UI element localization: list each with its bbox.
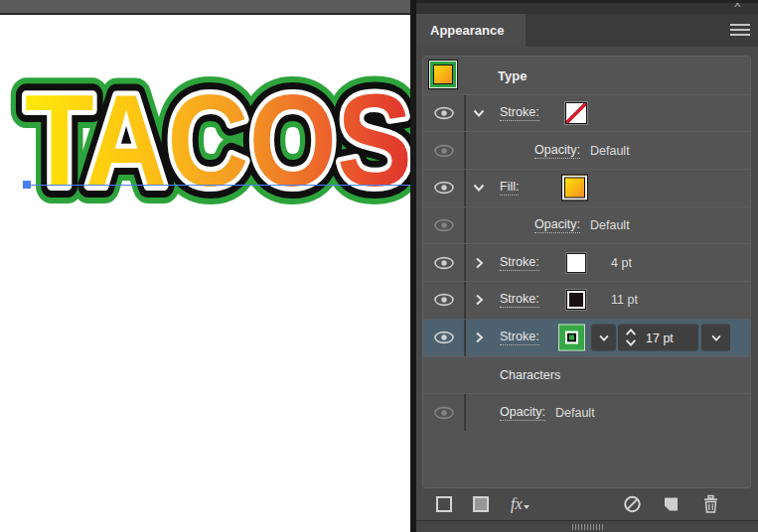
stroke-link[interactable]: Stroke: — [500, 255, 539, 271]
chevron-right-icon[interactable] — [472, 256, 486, 270]
row-opacity-characters[interactable]: Opacity: Default — [423, 393, 750, 431]
row-divider — [464, 207, 466, 244]
stroke-link[interactable]: Stroke: — [500, 105, 539, 121]
fx-caret-icon — [524, 505, 530, 509]
row-type[interactable]: Type — [423, 57, 750, 94]
fill-link[interactable]: Fill: — [500, 180, 519, 196]
row-stroke-green-selected[interactable]: Stroke: 17 pt — [423, 319, 750, 356]
row-opacity-stroke[interactable]: Opacity: Default — [423, 131, 750, 169]
panel-resize-bar — [416, 520, 758, 532]
chevron-down-icon — [710, 332, 722, 343]
panel-resize-grip[interactable] — [572, 524, 603, 530]
panel-menu-icon[interactable] — [730, 24, 750, 37]
row-fill[interactable]: Fill: — [423, 169, 750, 206]
visibility-eye-icon[interactable] — [433, 406, 455, 420]
visibility-eye-icon[interactable] — [433, 293, 455, 307]
visibility-eye-icon[interactable] — [433, 218, 455, 232]
fill-gradient-swatch[interactable] — [561, 175, 588, 201]
panel-toolbar: fx — [416, 488, 758, 520]
row-divider — [464, 282, 466, 319]
tacos-artwork[interactable]: TACOS TACOS TACOS TACOS — [0, 15, 410, 263]
stroke-link[interactable]: Stroke: — [500, 292, 539, 308]
clear-appearance-icon[interactable] — [623, 495, 642, 514]
stroke-weight-value: 4 pt — [611, 256, 632, 270]
chevron-down-icon[interactable] — [472, 181, 486, 195]
artboard-canvas[interactable]: TACOS TACOS TACOS TACOS — [0, 0, 410, 532]
stroke-green-swatch[interactable] — [558, 325, 585, 351]
stroke-link[interactable]: Stroke: — [500, 330, 539, 345]
stroke-none-swatch[interactable] — [565, 102, 587, 124]
panel-tab-bar: Appearance — [416, 14, 758, 47]
stroke-square-ring — [565, 332, 578, 344]
row-divider — [464, 320, 466, 356]
row-divider — [464, 244, 466, 281]
row-opacity-fill[interactable]: Opacity: Default — [423, 206, 750, 244]
characters-label: Characters — [500, 368, 560, 382]
row-divider — [464, 132, 466, 169]
visibility-eye-icon[interactable] — [433, 106, 455, 120]
chevron-right-icon[interactable] — [472, 331, 486, 344]
add-new-stroke-icon[interactable] — [436, 496, 452, 512]
stroke-black-swatch[interactable] — [566, 290, 586, 310]
opacity-value: Default — [590, 144, 630, 158]
stroke-white-swatch[interactable] — [566, 253, 586, 273]
fx-label: fx — [511, 495, 523, 512]
appearance-panel: ⌃⌃ ✕ Appearance Type — [416, 0, 758, 532]
chevron-down-icon — [598, 332, 610, 343]
text-anchor-point[interactable] — [23, 181, 31, 189]
visibility-eye-icon[interactable] — [433, 256, 455, 270]
row-characters[interactable]: Characters — [423, 356, 750, 394]
add-new-fill-icon[interactable] — [473, 496, 489, 512]
opacity-link[interactable]: Opacity: — [534, 143, 580, 159]
opacity-value: Default — [555, 406, 595, 420]
close-panel-icon[interactable]: ✕ — [733, 0, 740, 11]
delete-item-icon[interactable] — [701, 494, 720, 514]
appearance-list: Type Stroke: — [422, 56, 751, 488]
collapse-panel-icon[interactable]: ⌃⌃ — [696, 0, 710, 11]
opacity-link[interactable]: Opacity: — [500, 405, 545, 421]
visibility-eye-icon[interactable] — [433, 181, 455, 195]
type-gradient-thumbnail[interactable] — [428, 60, 458, 89]
duplicate-item-icon[interactable] — [662, 495, 681, 514]
chevron-down-icon[interactable] — [472, 106, 486, 120]
weight-stepper[interactable] — [624, 327, 638, 349]
opacity-link[interactable]: Opacity: — [534, 217, 580, 233]
tab-appearance[interactable]: Appearance — [416, 14, 526, 47]
add-new-effect-icon[interactable]: fx — [511, 495, 530, 513]
type-label: Type — [498, 67, 527, 82]
opacity-value: Default — [590, 218, 630, 232]
row-stroke-white[interactable]: Stroke: 4 pt — [423, 243, 750, 281]
illustrator-workspace: TACOS TACOS TACOS TACOS ⌃⌃ ✕ Appearance … — [0, 0, 758, 532]
stroke-weight-value: 11 pt — [611, 293, 638, 307]
stroke-weight-field[interactable]: 17 pt — [618, 325, 698, 351]
visibility-eye-icon[interactable] — [433, 144, 455, 158]
canvas-top-strip — [0, 0, 410, 13]
text-baseline-indicator — [28, 185, 410, 186]
chevron-right-icon[interactable] — [472, 293, 486, 307]
tacos-text-fill: TACOS — [25, 67, 410, 213]
stroke-weight-dropdown[interactable] — [701, 325, 730, 351]
row-divider — [464, 170, 466, 206]
row-divider — [464, 95, 466, 132]
row-divider — [464, 394, 466, 431]
row-stroke-none[interactable]: Stroke: — [423, 94, 750, 132]
panel-title-bar: ⌃⌃ ✕ — [416, 0, 758, 14]
stroke-weight-input[interactable]: 17 pt — [646, 331, 674, 344]
visibility-eye-icon[interactable] — [433, 331, 455, 344]
stroke-color-dropdown[interactable] — [591, 325, 616, 351]
row-stroke-black[interactable]: Stroke: 11 pt — [423, 281, 750, 319]
